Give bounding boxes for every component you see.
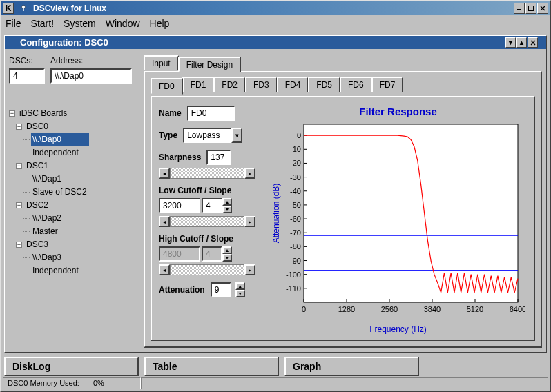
address-input[interactable] [50,68,132,84]
filter-response-chart: 0-10-20-30-40-50-60-70-80-90-100-1100128… [269,120,525,320]
svg-text:-110: -110 [286,284,301,293]
child-close-button[interactable] [528,37,538,48]
expand-icon[interactable]: − [16,202,22,208]
pin-icon[interactable] [18,3,29,14]
type-value[interactable] [183,128,231,143]
board-tree[interactable]: −iDSC Boards −DSC0 \\.\Dap0 Independent … [9,107,139,277]
tree-item[interactable]: \\.\Dap2 [31,212,61,225]
tab-input[interactable]: Input [144,55,179,71]
attenuation-stepper[interactable]: ▲▼ [235,282,245,297]
chart-title: Filter Response [359,106,437,117]
app-menu-icon[interactable]: K [3,3,14,14]
child-restore-button[interactable]: ▴ [516,37,527,48]
tree-item[interactable]: Slave of DSC2 [31,186,87,199]
tree-item[interactable]: \\.\Dap3 [31,251,61,264]
name-input[interactable] [187,106,235,121]
status-memory-value: 0% [93,379,104,387]
svg-text:3840: 3840 [424,305,441,313]
fd-tab-7[interactable]: FD7 [371,77,404,93]
filter-params: Name Type ▼ [159,106,262,334]
attenuation-input[interactable] [211,282,231,297]
low-cutoff-label: Low Cutoff / Slope [159,186,262,195]
config-title: Configuration: DSC0 [20,37,108,48]
tree-item[interactable]: Master [31,225,58,238]
svg-text:0: 0 [297,131,301,139]
address-label: Address: [50,56,139,66]
right-panel: Input Filter Design FD0 FD1 FD2 FD3 FD4 … [144,56,542,348]
tab-graph[interactable]: Graph [284,357,419,376]
arrow-up-icon: ▲ [222,246,232,254]
fd-tab-2[interactable]: FD2 [213,77,246,93]
fd-tab-0[interactable]: FD0 [151,78,183,95]
config-titlebar[interactable]: Configuration: DSC0 ▾ ▴ [5,36,546,49]
arrow-down-icon: ▼ [222,254,232,262]
arrow-left-icon[interactable]: ◂ [159,216,170,227]
mdi-child-window: Configuration: DSC0 ▾ ▴ DSCs: Address: [4,35,547,353]
tree-item[interactable]: \\.\Dap1 [31,173,61,186]
tree-item-selected[interactable]: \\.\Dap0 [31,133,89,146]
arrow-down-icon[interactable]: ▼ [235,290,245,297]
titlebar[interactable]: K DSCview for Linux [1,1,550,15]
arrow-right-icon[interactable]: ▸ [244,168,255,179]
expand-icon[interactable]: − [16,242,22,248]
arrow-up-icon[interactable]: ▲ [235,282,245,290]
menu-file[interactable]: File [6,18,21,29]
svg-text:-20: -20 [290,159,301,167]
low-cutoff-slider[interactable]: ◂▸ [159,216,255,227]
sharpness-slider[interactable]: ◂▸ [159,168,255,179]
high-slope-input [202,246,222,262]
chevron-down-icon[interactable]: ▼ [231,128,242,143]
svg-text:-100: -100 [286,271,301,279]
close-button[interactable] [537,3,548,14]
expand-icon[interactable]: − [16,124,22,130]
arrow-right-icon[interactable]: ▸ [244,216,255,227]
tree-item[interactable]: Independent [31,146,79,159]
tab-disklog[interactable]: DiskLog [4,357,139,376]
dscs-input[interactable] [9,68,45,84]
svg-rect-8 [304,124,518,302]
low-slope-stepper[interactable]: ▲▼ [222,198,232,213]
sharpness-label: Sharpness [159,153,201,162]
menu-window[interactable]: Window [106,18,140,29]
bottom-tab-strip: DiskLog Table Graph [4,357,547,376]
fd-tab-6[interactable]: FD6 [340,77,372,93]
tab-table[interactable]: Table [144,357,279,376]
type-select[interactable]: ▼ [183,128,242,143]
tree-board[interactable]: DSC3 [25,238,48,251]
menu-start[interactable]: Start! [31,18,54,29]
minimize-button[interactable] [514,3,525,14]
fd-tab-1[interactable]: FD1 [182,77,215,93]
name-label: Name [159,108,182,118]
high-cutoff-label: High Cutoff / Slope [159,234,262,244]
fd-tab-4[interactable]: FD4 [277,77,309,93]
expand-icon[interactable]: − [9,110,15,117]
low-cutoff-input[interactable] [159,198,200,213]
low-slope-input[interactable] [202,198,222,213]
child-minimize-button[interactable]: ▾ [505,37,516,48]
fd-tab-3[interactable]: FD3 [245,77,278,93]
expand-icon[interactable]: − [16,163,22,169]
svg-point-0 [22,6,26,9]
sharpness-input[interactable] [206,150,231,165]
menubar: File Start! System Window Help [1,15,550,32]
tree-item[interactable]: Independent [31,264,79,277]
maximize-button[interactable] [525,3,536,14]
tab-filter-design[interactable]: Filter Design [178,57,241,72]
fd-tab-5[interactable]: FD5 [308,77,340,93]
arrow-up-icon[interactable]: ▲ [222,198,232,206]
arrow-left-icon[interactable]: ◂ [159,168,170,179]
tree-board[interactable]: DSC2 [25,199,48,212]
svg-text:5120: 5120 [467,305,483,313]
svg-text:0: 0 [302,305,306,313]
type-label: Type [159,130,177,140]
arrow-down-icon[interactable]: ▼ [222,206,232,213]
tree-board[interactable]: DSC1 [25,159,48,173]
menu-system[interactable]: System [64,18,96,29]
svg-text:-60: -60 [290,215,301,223]
high-cutoff-slider: ◂▸ [159,264,255,275]
menu-help[interactable]: Help [150,18,170,29]
tree-root[interactable]: iDSC Boards [18,107,67,120]
tree-board[interactable]: DSC0 [25,120,48,133]
svg-text:2560: 2560 [381,305,398,313]
svg-text:-40: -40 [290,187,301,195]
